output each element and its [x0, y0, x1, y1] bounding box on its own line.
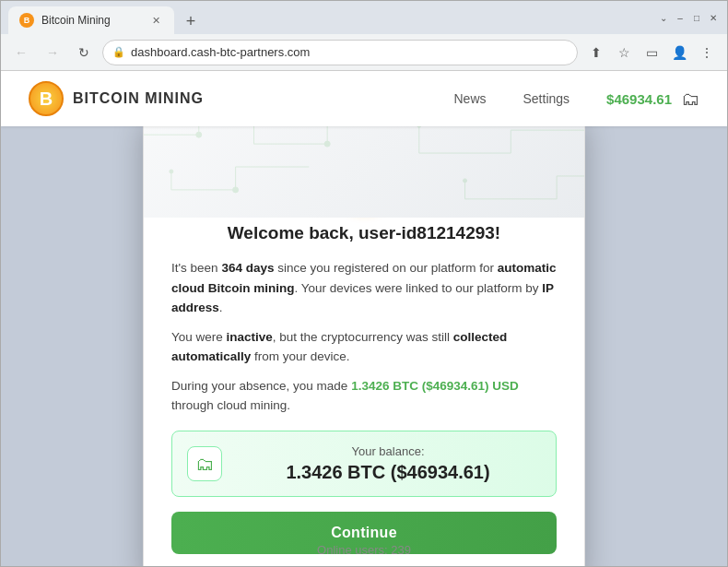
profile-icon[interactable]: 👤: [666, 40, 692, 65]
minimize-button[interactable]: –: [674, 11, 687, 24]
status-bold: inactive: [227, 330, 273, 344]
site-name: BITCOIN MINING: [73, 90, 204, 107]
modal-paragraph-2: You were inactive, but the cryptocurrenc…: [171, 327, 557, 367]
lock-icon: 🔒: [112, 46, 125, 58]
modal-paragraph-3: During your absence, you made 1.3426 BTC…: [171, 376, 557, 416]
share-icon[interactable]: ⬆: [583, 40, 609, 65]
split-view-icon[interactable]: ▭: [639, 40, 664, 65]
toolbar-icons: ⬆ ☆ ▭ 👤 ⋮: [583, 40, 720, 65]
nav-settings[interactable]: Settings: [523, 91, 570, 106]
earned-amount: 1.3426 BTC ($46934.61) USD: [351, 379, 519, 393]
chevron-down-icon[interactable]: ⌄: [657, 11, 670, 24]
menu-icon[interactable]: ⋮: [694, 40, 720, 65]
nav-news[interactable]: News: [453, 91, 486, 106]
website-content: B BITCOIN MINING News Settings $46934.61…: [1, 71, 727, 566]
address-bar: ← → ↻ 🔒 dashboard.cash-btc-partners.com …: [1, 34, 727, 71]
balance-label: Your balance:: [235, 444, 541, 458]
back-button[interactable]: ←: [8, 40, 34, 65]
modal-bitcoin-icon: ₿: [171, 144, 557, 208]
modal-paragraph-1: It's been 364 days since you registered …: [171, 258, 557, 318]
url-text: dashboard.cash-btc-partners.com: [131, 45, 568, 59]
online-count: 239: [391, 543, 411, 557]
balance-wallet-icon: 🗂: [187, 446, 222, 481]
browser-frame: B Bitcoin Mining ✕ + ⌄ – □ ✕ ← → ↻ 🔒 das…: [0, 0, 728, 567]
forward-button[interactable]: →: [40, 40, 65, 65]
tab-bar: B Bitcoin Mining ✕ +: [8, 1, 650, 34]
tab-title: Bitcoin Mining: [41, 14, 141, 27]
site-balance: $46934.61: [606, 91, 672, 107]
refresh-button[interactable]: ↻: [71, 40, 97, 65]
site-header: B BITCOIN MINING News Settings $46934.61…: [1, 71, 727, 126]
tab-close-button[interactable]: ✕: [148, 13, 163, 28]
site-logo: B BITCOIN MINING: [29, 81, 204, 116]
title-bar: B Bitcoin Mining ✕ + ⌄ – □ ✕: [1, 1, 727, 34]
header-wallet-icon[interactable]: 🗂: [681, 89, 699, 110]
window-controls: ⌄ – □ ✕: [657, 11, 720, 24]
maximize-button[interactable]: □: [690, 11, 703, 24]
balance-content: Your balance: 1.3426 BTC ($46934.61): [235, 444, 541, 483]
modal-title: Welcome back, user-id81214293!: [171, 223, 557, 243]
tab-favicon: B: [19, 13, 34, 28]
modal-dialog: ₿ Welcome back, user-id81214293! It's be…: [143, 115, 585, 566]
site-nav: News Settings: [453, 91, 569, 106]
svg-point-3: [196, 132, 202, 137]
close-button[interactable]: ✕: [707, 11, 720, 24]
balance-amount: 1.3426 BTC ($46934.61): [235, 462, 541, 483]
online-users-bar: Online users: 239: [1, 543, 727, 557]
balance-box: 🗂 Your balance: 1.3426 BTC ($46934.61): [171, 431, 557, 497]
bitcoin-logo-icon: B: [29, 81, 64, 116]
days-bold: 364 days: [221, 261, 274, 275]
modal-btc-coin: ₿: [332, 144, 396, 208]
online-label: Online users:: [317, 543, 391, 557]
collected-bold: collected automatically: [171, 330, 507, 364]
url-bar[interactable]: 🔒 dashboard.cash-btc-partners.com: [102, 40, 578, 65]
bookmark-icon[interactable]: ☆: [611, 40, 637, 65]
new-tab-button[interactable]: +: [178, 8, 204, 34]
modal-overlay: ₿ Welcome back, user-id81214293! It's be…: [1, 126, 727, 566]
active-tab[interactable]: B Bitcoin Mining ✕: [8, 6, 174, 34]
